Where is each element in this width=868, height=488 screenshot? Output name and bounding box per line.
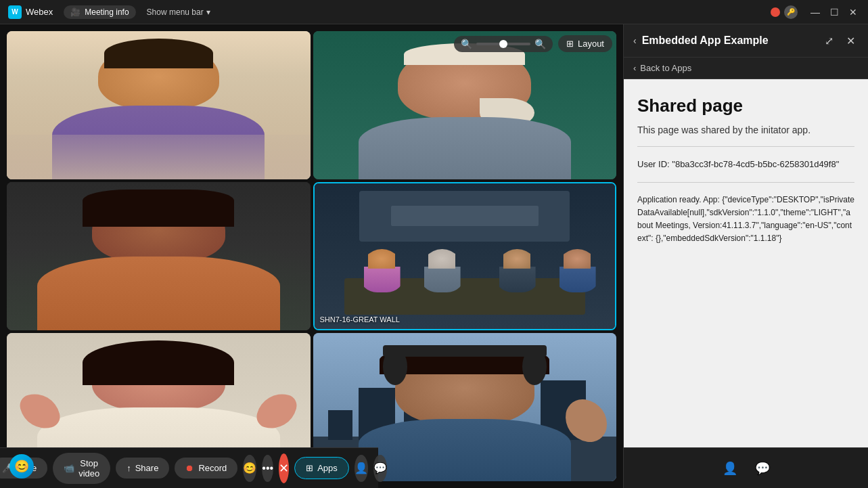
panel-content: Shared page This page was shared by the …	[624, 79, 868, 447]
shared-page-title: Shared page	[637, 95, 854, 116]
zoom-control[interactable]: 🔍 🔍	[454, 36, 553, 52]
app-ready-text: Application ready. App: {"deviceType":"D…	[637, 194, 854, 246]
reactions-icon: 😊	[243, 462, 256, 474]
panel-expand-button[interactable]: ⤢	[821, 32, 837, 49]
record-button[interactable]: ⏺ Record	[175, 458, 237, 479]
participant-video-4	[315, 183, 616, 329]
panel-collapse-button[interactable]: ‹	[633, 35, 637, 46]
bottom-bar: 😊 🎤 Mute 📹 Stop video ↑ Share ⏺ Record 😊	[0, 447, 378, 488]
zoom-slider[interactable]	[476, 43, 530, 45]
minimize-button[interactable]: —	[808, 5, 822, 19]
video-cell-2[interactable]	[313, 31, 617, 179]
panel-back-button[interactable]: ‹ Back to Apps	[624, 58, 868, 79]
record-icon: ⏺	[185, 463, 194, 473]
info-icon: 🎥	[70, 7, 81, 17]
title-bar: W Webex 🎥 Meeting info Show menu bar ▾ 🔑…	[0, 0, 868, 24]
end-call-icon: ✕	[279, 461, 289, 476]
panel-close-button[interactable]: ✕	[842, 32, 859, 49]
apps-button[interactable]: ⊞ Apps	[294, 457, 349, 479]
show-menu-label: Show menu bar	[147, 7, 204, 17]
video-cell-3[interactable]	[7, 182, 311, 330]
webex-icon: W	[8, 5, 22, 19]
participant-video-3	[7, 182, 311, 330]
zoom-out-icon: 🔍	[461, 39, 472, 49]
side-panel: ‹ Embedded App Example ⤢ ✕ ‹ Back to App…	[623, 24, 868, 488]
show-menu-button[interactable]: Show menu bar ▾	[147, 7, 210, 17]
video-cell-4[interactable]: SHN7-16-GREAT WALL	[313, 182, 617, 330]
avatar-icon: 😊	[14, 459, 29, 474]
panel-participants-icon[interactable]: 👤	[718, 456, 742, 481]
panel-header: ‹ Embedded App Example ⤢ ✕	[624, 24, 868, 58]
back-label: Back to Apps	[640, 63, 691, 73]
more-options-button[interactable]: •••	[262, 455, 273, 482]
share-icon: ↑	[127, 463, 131, 473]
avatar-button[interactable]: 😊	[9, 454, 34, 479]
participant-video-2	[313, 31, 617, 179]
divider-2	[637, 182, 854, 183]
maximize-button[interactable]: ☐	[827, 5, 841, 19]
main-content: 🔍 🔍 ⊞ Layout	[0, 24, 868, 488]
window-controls: — ☐ ✕	[808, 5, 860, 19]
app-logo: W Webex	[8, 5, 53, 19]
more-icon: •••	[262, 462, 273, 474]
close-button[interactable]: ✕	[846, 5, 860, 19]
shared-page-description: This page was shared by the initator app…	[637, 125, 854, 135]
panel-title: Embedded App Example	[642, 35, 815, 47]
zoom-thumb	[499, 40, 507, 48]
app-name: Webex	[26, 7, 53, 17]
video-area: 🔍 🔍 ⊞ Layout	[0, 24, 623, 488]
record-label: Record	[198, 463, 227, 473]
participants-icon: 👤	[355, 462, 368, 474]
apps-icon: ⊞	[306, 463, 313, 473]
share-button[interactable]: ↑ Share	[116, 458, 169, 479]
stop-video-button[interactable]: 📹 Stop video	[53, 453, 110, 484]
panel-chat-icon[interactable]: 💬	[750, 456, 775, 481]
zoom-in-icon: 🔍	[534, 39, 546, 49]
stop-video-label: Stop video	[78, 458, 99, 479]
end-call-button[interactable]: ✕	[279, 453, 289, 483]
record-dot	[771, 7, 780, 17]
video-cell-1[interactable]	[7, 31, 311, 179]
video-toolbar: 🔍 🔍 ⊞ Layout	[454, 35, 612, 52]
chat-button[interactable]: 💬	[373, 455, 387, 482]
layout-icon: ⊞	[566, 39, 574, 49]
reactions-button[interactable]: 😊	[243, 455, 256, 482]
divider-1	[637, 146, 854, 147]
right-panel-bottom: 👤 💬	[624, 447, 868, 488]
share-label: Share	[135, 463, 159, 473]
participants-button[interactable]: 👤	[355, 455, 368, 482]
video-cell-label-4: SHN7-16-GREAT WALL	[320, 315, 400, 324]
recording-indicators: 🔑	[771, 5, 798, 19]
participant-video-1	[7, 31, 311, 179]
meeting-info-button[interactable]: 🎥 Meeting info	[64, 5, 135, 19]
chat-icon: 💬	[373, 462, 387, 474]
layout-button[interactable]: ⊞ Layout	[558, 35, 612, 52]
back-arrow-icon: ‹	[633, 63, 636, 73]
meeting-info-label: Meeting info	[85, 7, 129, 17]
video-grid: SHN7-16-GREAT WALL	[0, 24, 623, 488]
apps-label: Apps	[317, 463, 338, 473]
user-id-text: User ID: "8ba3cc3f-bc78-4cd5-b5bc-625830…	[637, 158, 854, 171]
status-icon: 🔑	[784, 5, 798, 19]
chevron-down-icon: ▾	[206, 7, 210, 17]
layout-label: Layout	[578, 39, 604, 49]
video-icon: 📹	[64, 463, 74, 473]
